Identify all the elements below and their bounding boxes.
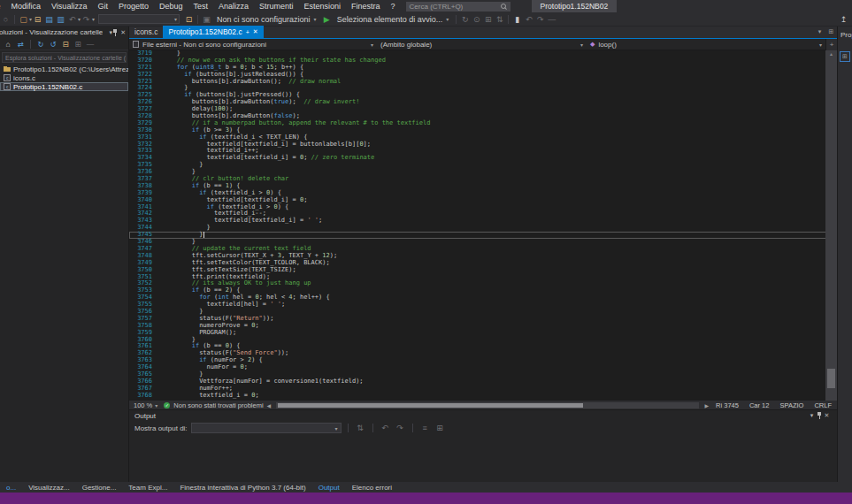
configuration-combobox[interactable]: ▾ — [98, 14, 180, 24]
menu-item-debug[interactable]: Debug — [154, 2, 188, 11]
horizontal-scrollbar[interactable] — [276, 402, 699, 409]
split-window-icon[interactable]: + — [825, 39, 837, 50]
home-icon[interactable]: ⌂ — [3, 38, 13, 50]
share-icon[interactable]: ↥ — [838, 13, 849, 26]
bookmark-prev-icon[interactable]: ↶ — [523, 13, 534, 26]
zoom-control[interactable]: 100 % ▾ — [131, 401, 160, 409]
scope-dropdown[interactable]: (Ambito globale) ▾ — [377, 39, 587, 50]
code-line[interactable]: 3768 textfield_i = 0; — [129, 393, 837, 400]
close-icon[interactable]: ✕ — [120, 29, 126, 36]
configurations-dropdown[interactable]: Non ci sono configurazioni ▾ — [212, 14, 321, 25]
show-all-files-icon[interactable]: ⊞ — [73, 38, 83, 50]
hscroll-right-icon[interactable]: ▶ — [704, 402, 709, 409]
sync-icon[interactable]: ↺ — [48, 38, 58, 50]
output-content[interactable] — [129, 435, 837, 481]
start-play-icon[interactable]: ▶ — [321, 13, 333, 26]
clear-all-icon[interactable]: ≡ — [419, 422, 431, 434]
solution-explorer-search[interactable]: Esplora soluzioni - Visualizzazione cart… — [2, 52, 127, 63]
pin-icon[interactable] — [112, 29, 118, 36]
target-frame-icon[interactable]: ▣ — [201, 13, 212, 26]
start-item-dropdown[interactable]: Seleziona elemento di avvio... ▾ — [333, 14, 454, 25]
keep-open-icon[interactable]: + — [246, 29, 249, 35]
properties-icon[interactable]: ⊞ — [840, 51, 850, 62]
toolbar-overflow-icon[interactable]: — — [546, 13, 557, 26]
code-line[interactable]: 3766 Vettforza[numFor] = conversione1(te… — [129, 378, 837, 386]
navigate-back-icon[interactable]: ○ — [0, 13, 12, 26]
member-dropdown-label: loop() — [598, 41, 616, 49]
new-file-icon[interactable]: ▢ — [18, 13, 29, 26]
horizontal-scrollbar-thumb[interactable] — [278, 403, 582, 408]
menu-item-visualizza[interactable]: Visualizza — [46, 2, 92, 11]
code-line[interactable]: 3743 textfield[textfield_i] = ' '; — [129, 218, 837, 225]
tool-window-tab[interactable]: Finestra interattiva di Python 3.7 (64-b… — [173, 484, 311, 492]
menu-item-strumenti[interactable]: Strumenti — [254, 2, 299, 11]
output-close-icon[interactable]: ✕ — [822, 409, 832, 422]
menu-item-modifica[interactable]: Modifica — [6, 2, 47, 11]
tool-window-tab[interactable]: Gestione... — [76, 484, 123, 492]
switch-views-icon[interactable]: ⇄ — [15, 38, 26, 50]
goto-next-message-icon[interactable]: ↷ — [395, 422, 406, 434]
goto-message-icon[interactable]: ⇅ — [355, 422, 366, 434]
tree-item[interactable]: icons.c — [0, 73, 128, 82]
vertical-scrollbar-thumb[interactable] — [827, 369, 835, 388]
hot-reload-icon[interactable]: ↻ — [459, 13, 471, 26]
tool-window-tab[interactable]: Team Expl... — [122, 484, 173, 492]
close-tab-icon[interactable]: ✕ — [253, 28, 258, 35]
project-dropdown[interactable]: File esterni - Non ci sono configurazion… — [129, 39, 377, 50]
step-into-icon[interactable]: ⊞ — [482, 13, 494, 26]
code-line[interactable]: 3734 textfield[textfield_i] = 0; // zero… — [129, 155, 837, 162]
scroll-up-icon[interactable]: ▴ — [825, 50, 837, 58]
member-dropdown[interactable]: ◆ loop() ▾ — [587, 39, 825, 50]
menu-item-finestra[interactable]: Finestra — [346, 2, 386, 11]
output-source-dropdown[interactable]: ▾ — [191, 423, 342, 433]
code-line[interactable]: 3755 textfield[hel] = ' '; — [129, 302, 837, 309]
health-check-icon[interactable]: ✓ — [164, 402, 170, 409]
quick-search-box[interactable]: Cerca (CTRL+Q) — [406, 2, 510, 11]
code-line[interactable]: 3745 } — [129, 232, 837, 239]
menu-item-estensioni[interactable]: Estensioni — [299, 2, 347, 11]
code-editor[interactable]: 3719 }3720 // now we can ask the buttons… — [129, 50, 837, 401]
redo-chevron-icon[interactable]: ▾ — [92, 16, 95, 22]
document-tab[interactable]: Prototipo1.152NB02.c+✕ — [163, 26, 263, 38]
redo-icon[interactable]: ↷ — [81, 13, 92, 26]
vertical-scrollbar[interactable]: ▴ — [825, 50, 837, 401]
bookmark-icon[interactable]: ▮ — [511, 13, 523, 26]
code-line[interactable]: 3744 } — [129, 225, 837, 232]
save-all-icon[interactable]: ▥ — [55, 13, 66, 26]
save-icon[interactable]: ▤ — [43, 13, 55, 26]
tool-window-tab[interactable]: Elenco errori — [346, 484, 398, 492]
code-line[interactable]: 3726 buttons[b].drawButton(true); // dra… — [129, 99, 837, 106]
bookmark-next-icon[interactable]: ↷ — [534, 13, 546, 26]
tree-item[interactable]: Prototipo1.152NB02 (C:\Users\Attrezzi\De… — [0, 65, 128, 73]
float-window-icon[interactable]: ⊞ — [825, 26, 837, 38]
code-line[interactable]: 3764 numFor = 0; — [129, 364, 837, 371]
open-folder-icon[interactable]: ⊟ — [32, 13, 43, 26]
output-pin-icon[interactable] — [817, 412, 822, 419]
code-line[interactable]: 3723 buttons[b].drawButton(); // draw no… — [129, 79, 837, 86]
tool-window-tab[interactable]: Output — [312, 484, 346, 492]
word-wrap-icon[interactable]: ⊞ — [434, 422, 446, 434]
menu-item-?[interactable]: ? — [386, 2, 401, 11]
menu-item-git[interactable]: Git — [92, 2, 113, 11]
collapse-all-icon[interactable]: — — [85, 38, 96, 50]
code-line[interactable]: 3759 PROGRAM(); — [129, 330, 837, 337]
tool-window-tab[interactable]: Visualizzaz... — [22, 484, 76, 492]
refresh-icon[interactable]: ↻ — [35, 38, 46, 50]
new-folder-icon[interactable]: ⊟ — [60, 38, 71, 50]
goto-prev-message-icon[interactable]: ↶ — [380, 422, 391, 434]
menu-item-progetto[interactable]: Progetto — [113, 2, 154, 11]
output-menu-chevron-icon[interactable]: ▾ — [807, 409, 817, 422]
code-line[interactable]: 3735 } — [129, 162, 837, 169]
break-all-icon[interactable]: ⊙ — [471, 13, 482, 26]
step-over-icon[interactable]: ⇅ — [494, 13, 505, 26]
document-tab[interactable]: icons.c — [129, 26, 163, 38]
attach-icon[interactable]: ⊡ — [183, 13, 195, 26]
tool-window-tab[interactable]: o... — [0, 484, 22, 492]
file-icon — [4, 74, 11, 81]
hscroll-left-icon[interactable]: ◀ — [267, 402, 272, 409]
menu-item-test[interactable]: Test — [188, 2, 213, 11]
tab-list-chevron-icon[interactable]: ▾ — [814, 26, 825, 38]
tree-item[interactable]: Prototipo1.152NB02.c — [0, 82, 128, 91]
menu-item-analizza[interactable]: Analizza — [213, 2, 254, 11]
undo-icon[interactable]: ↶ — [66, 13, 78, 26]
